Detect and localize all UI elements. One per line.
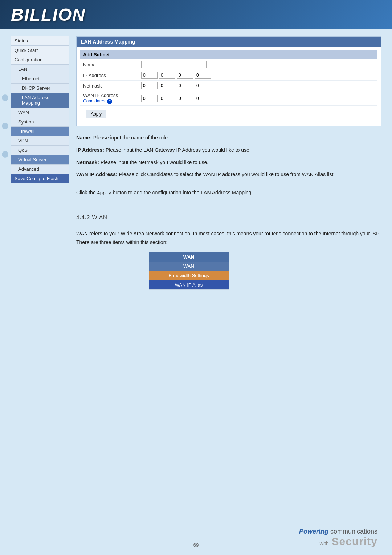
form-row-name: Name [80,60,377,70]
footer-powering: Powering communications [299,528,377,535]
wan-ip-octet-1[interactable] [141,95,158,102]
candidates-link[interactable]: Candidates [83,98,105,104]
ui-box-body: Add Subnet Name IP Address [77,47,381,126]
sidebar-item-system[interactable]: System [11,117,69,127]
sidebar-item-lan[interactable]: LAN [11,65,69,74]
lan-address-mapping-box: LAN Address Mapping Add Subnet Name IP A… [76,36,381,126]
doc-apply-mono: Apply [97,190,111,196]
sidebar-item-qos[interactable]: QoS [11,146,69,155]
logo: BILLION [11,5,86,25]
netmask-octet-4[interactable] [195,82,211,89]
wan-menu-item-bandwidth[interactable]: Bandwidth Settings [149,271,229,280]
netmask-label: Netmask [83,83,141,89]
form-row-wan-ip: WAN IP Address Candidates C [80,91,377,106]
sidebar-item-configuration[interactable]: Configuration [11,55,69,65]
netmask-octet-1[interactable] [141,82,158,89]
ip-label: IP Address [83,73,141,78]
form-section-header: Add Subnet [80,50,377,59]
ip-octet-3[interactable] [177,72,193,79]
main-wrapper: Status Quick Start Configuration LAN Eth… [0,29,392,303]
netmask-octet-2[interactable] [159,82,175,89]
name-input[interactable] [141,61,207,68]
name-label: Name [83,62,141,68]
wan-ip-octet-3[interactable] [177,95,193,102]
ip-octet-4[interactable] [195,72,211,79]
doc-wan-bold: WAN IP Address: [76,171,118,177]
apply-button[interactable]: Apply [86,110,106,118]
ui-box-header: LAN Address Mapping [77,37,381,47]
sidebar-item-ethernet[interactable]: Ethernet [11,74,69,84]
doc-apply: Click the Apply button to add the config… [76,189,381,197]
doc-name-bold: Name: [76,135,92,141]
netmask-inputs [141,82,211,89]
apply-area: Apply [80,106,377,122]
sidebar-item-dhcp-server[interactable]: DHCP Server [11,84,69,93]
wan-menu-item-alias[interactable]: WAN IP Alias [149,280,229,290]
header: BILLION [0,0,392,29]
ip-octet-2[interactable] [159,72,175,79]
candidates-icon[interactable]: C [107,99,112,104]
netmask-octet-3[interactable] [177,82,193,89]
sidebar-item-save-config[interactable]: Save Config to Flash [11,174,69,183]
deco-circle-1 [2,94,8,101]
ip-octet-1[interactable] [141,72,158,79]
sidebar-item-quick-start[interactable]: Quick Start [11,46,69,55]
section-442-heading: 4.4.2 W AN [76,214,381,220]
sidebar-item-vpn[interactable]: VPN [11,136,69,146]
deco-circle-3 [2,151,8,158]
name-inputs [141,61,207,68]
ip-inputs [141,72,211,79]
footer-security-line: with Security [299,535,377,548]
sidebar-item-virtual-server[interactable]: Virtual Server [11,155,69,165]
wan-ip-label: WAN IP Address Candidates C [83,93,141,104]
wan-menu-header: WAN [149,252,229,262]
wan-ip-octet-4[interactable] [195,95,211,102]
doc-name: Name: Please input the name of the rule. [76,134,381,142]
doc-ip: IP Address: Please input the LAN Gateway… [76,146,381,155]
section-442-desc: WAN refers to your Wide Area Network con… [76,230,381,247]
content-area: LAN Address Mapping Add Subnet Name IP A… [76,36,381,295]
doc-netmask: Netmask: Please input the Netmask you wo… [76,158,381,167]
sidebar: Status Quick Start Configuration LAN Eth… [11,36,69,295]
sidebar-item-lan-address-mapping[interactable]: LAN Address Mapping [11,93,69,108]
doc-ip-bold: IP Address: [76,147,104,153]
sidebar-item-firewall[interactable]: Firewall [11,127,69,136]
footer-brand: Powering communications with Security [299,528,377,548]
sidebar-item-advanced[interactable]: Advanced [11,165,69,174]
wan-ip-octet-2[interactable] [159,95,175,102]
deco-circle-2 [2,123,8,129]
form-row-netmask: Netmask [80,81,377,91]
sidebar-item-status[interactable]: Status [11,36,69,46]
decorative-circles [0,73,8,179]
form-row-ip: IP Address [80,70,377,81]
wan-menu-item-wan[interactable]: WAN [149,262,229,271]
wan-menu: WAN WAN Bandwidth Settings WAN IP Alias [149,252,229,290]
doc-wan-ip: WAN IP Address: Please click Candidates … [76,170,381,179]
sidebar-item-wan[interactable]: WAN [11,108,69,117]
doc-netmask-bold: Netmask: [76,159,99,165]
wan-ip-inputs [141,95,211,102]
